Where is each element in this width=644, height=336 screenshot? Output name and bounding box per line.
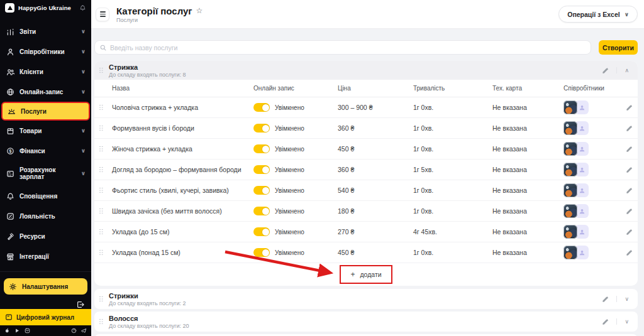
drag-handle-icon[interactable]: [99, 250, 103, 256]
digital-journal-button[interactable]: Цифровий журнал: [0, 309, 91, 325]
drag-handle-icon[interactable]: [99, 188, 103, 193]
search-icon: [100, 45, 106, 51]
dollar-icon: $: [6, 147, 14, 155]
table-row: Формування вусів і бороди Увімкнено 360 …: [94, 118, 638, 139]
chevron-down-icon: ∨: [625, 11, 629, 18]
drag-handle-icon[interactable]: [99, 68, 103, 73]
service-tech-card: Не вказана: [492, 228, 564, 236]
bell-icon: [6, 192, 14, 200]
drag-handle-icon[interactable]: [99, 126, 103, 131]
excel-operations-button[interactable]: Операції з Excel ∨: [558, 6, 638, 23]
app-gallery-icon[interactable]: [25, 328, 30, 333]
create-button[interactable]: Створити: [599, 40, 638, 55]
chart-icon: [6, 28, 14, 36]
drag-handle-icon[interactable]: [99, 319, 103, 325]
column-header-staff: Співробітники: [564, 85, 625, 92]
salary-icon: [6, 170, 14, 178]
sidebar-item-resources[interactable]: Ресурси: [0, 226, 91, 246]
drag-handle-icon[interactable]: [99, 229, 103, 235]
chevron-down-icon: ∨: [81, 48, 86, 55]
column-header-price: Ціна: [338, 85, 413, 92]
service-price: 360 ₴: [338, 166, 413, 173]
chevron-down-icon: ∨: [81, 127, 86, 134]
online-booking-toggle[interactable]: [253, 165, 270, 174]
drag-handle-icon[interactable]: [99, 167, 103, 173]
add-service-button[interactable]: + додати: [344, 268, 387, 281]
employee-avatar: [564, 163, 577, 176]
sidebar-item-employees[interactable]: Співробітники ∨: [0, 41, 91, 62]
edit-service-icon[interactable]: [625, 166, 634, 173]
online-booking-toggle[interactable]: [253, 207, 270, 215]
service-tech-card: Не вказана: [492, 249, 564, 256]
hammer-icon: [6, 232, 14, 241]
service-duration: 1г 5хв.: [413, 166, 492, 173]
sidebar-item-products[interactable]: Товари ∨: [0, 121, 91, 141]
logout-icon: [76, 300, 85, 309]
online-booking-toggle[interactable]: [253, 144, 270, 153]
edit-service-icon[interactable]: [625, 104, 634, 111]
service-price: 540 ₴: [338, 187, 413, 194]
service-tech-card: Не вказана: [492, 104, 564, 111]
employee-avatar: [564, 246, 577, 259]
service-price: 180 ₴: [338, 207, 413, 215]
sidebar-item-loyalty[interactable]: Лояльність: [0, 206, 91, 226]
sidebar-item-notifications[interactable]: Сповіщення: [0, 186, 91, 206]
plus-icon: +: [350, 270, 355, 279]
expand-category-icon[interactable]: ∨: [616, 318, 631, 325]
sidebar-item-online-booking[interactable]: Онлайн-запис ∨: [0, 82, 91, 102]
add-service-row: + додати: [94, 263, 638, 286]
edit-category-icon[interactable]: [594, 318, 616, 325]
box-icon: [6, 127, 14, 135]
sidebar-item-salary[interactable]: Розрахунок зарплат ∨: [0, 161, 91, 186]
google-play-icon[interactable]: [14, 328, 20, 333]
service-duration: 1г 0хв.: [413, 145, 492, 153]
menu-toggle-button[interactable]: [96, 8, 109, 21]
online-booking-toggle[interactable]: [253, 248, 270, 257]
sidebar-item-clients[interactable]: Клієнти ∨: [0, 62, 91, 82]
sidebar-item-finance[interactable]: $ Фінанси ∨: [0, 141, 91, 161]
edit-category-icon[interactable]: [594, 67, 616, 74]
drag-handle-icon[interactable]: [99, 146, 103, 152]
service-duration: 1г 0хв.: [413, 207, 492, 215]
sidebar-item-settings[interactable]: Налаштування: [4, 278, 87, 295]
table-row: Швидка зачіска (без миття волосся) Увімк…: [94, 201, 638, 222]
service-tech-card: Не вказана: [492, 124, 564, 132]
help-icon[interactable]: ?: [71, 328, 77, 333]
toggle-status: Увімкнено: [275, 249, 304, 256]
favorite-star-icon[interactable]: ☆: [196, 6, 203, 15]
telegram-icon[interactable]: [81, 328, 87, 333]
online-booking-toggle[interactable]: [253, 124, 270, 133]
drag-handle-icon[interactable]: [99, 209, 103, 214]
logout-button[interactable]: [0, 295, 91, 310]
column-header-tech-card: Тех. карта: [492, 85, 564, 92]
edit-service-icon[interactable]: [625, 146, 634, 153]
sidebar-item-integrations[interactable]: Інтеграції: [0, 246, 91, 266]
edit-category-icon[interactable]: [594, 296, 616, 303]
category-card-collapsed: Стрижки До складу входять послуги: 2 ∨: [94, 289, 638, 309]
search-input[interactable]: [110, 44, 586, 51]
app-store-icon[interactable]: [4, 328, 10, 333]
sidebar-item-services[interactable]: Послуги: [1, 102, 90, 121]
edit-service-icon[interactable]: [625, 249, 634, 256]
drag-handle-icon[interactable]: [99, 105, 103, 111]
table-row: Укладка (понад 15 см) Увімкнено 450 ₴ 1г…: [94, 242, 638, 263]
service-tech-card: Не вказана: [492, 145, 564, 153]
online-booking-toggle[interactable]: [253, 103, 270, 112]
svg-text:?: ?: [73, 329, 75, 332]
sidebar-item-reports[interactable]: Звіти ∨: [0, 21, 91, 41]
service-duration: 1г 0хв.: [413, 187, 492, 194]
online-booking-toggle[interactable]: [253, 227, 270, 236]
notifications-bell-icon[interactable]: [79, 4, 86, 11]
service-name: Фьортис стиль (хвилі, кучері, завивка): [112, 187, 253, 194]
edit-service-icon[interactable]: [625, 125, 634, 132]
online-booking-toggle[interactable]: [253, 186, 270, 195]
annotation-highlight-box: + додати: [340, 265, 392, 284]
expand-category-icon[interactable]: ∨: [616, 296, 631, 302]
edit-service-icon[interactable]: [625, 229, 634, 236]
edit-service-icon[interactable]: [625, 208, 634, 215]
table-row: Догляд за бородою – формування бороди Ув…: [94, 160, 638, 180]
drag-handle-icon[interactable]: [99, 296, 103, 302]
employee-avatar: [564, 204, 577, 218]
edit-service-icon[interactable]: [625, 187, 634, 194]
collapse-category-icon[interactable]: ∧: [616, 67, 631, 73]
